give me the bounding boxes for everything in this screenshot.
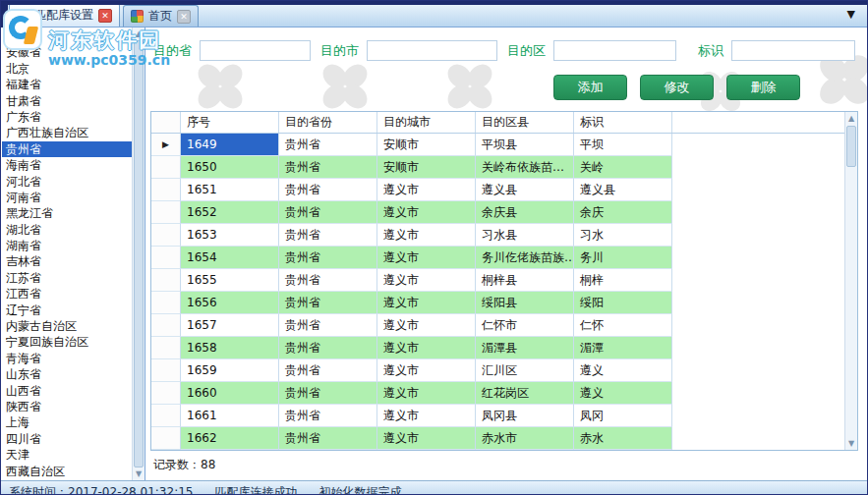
table-row[interactable]: 1658贵州省遵义市湄潭县湄潭 [151,337,844,359]
sidebar-item[interactable]: 河北省 [2,174,132,190]
dest-province-group: 目的省 [153,40,311,61]
sidebar-item[interactable]: 四川省 [2,431,132,447]
sidebar-scrollbar[interactable]: ▲ ▼ [132,28,145,480]
table-row[interactable]: 1652贵州省遵义市余庆县余庆 [151,201,844,224]
row-indicator-cell [151,156,181,179]
sidebar-item[interactable]: 甘肃省 [2,93,132,109]
sidebar-item[interactable]: 吉林省 [2,253,132,269]
column-header[interactable]: 序号 [181,112,279,133]
sidebar-item[interactable]: 北京 [2,61,132,77]
sidebar-item[interactable]: 上海 [2,414,132,430]
sidebar-item[interactable]: 黑龙江省 [2,205,132,221]
table-cell: 贵州省 [279,179,377,201]
table-cell: 平坝 [574,134,672,156]
status-item: 匹配库连接成功 [214,484,297,494]
row-indicator-cell [151,269,181,292]
table-row[interactable]: 1661贵州省遵义市凤冈县凤冈 [151,405,844,427]
table-cell: 余庆 [574,201,672,224]
scrollbar-thumb[interactable] [846,126,856,167]
table-row[interactable]: 1656贵州省遵义市绥阳县绥阳 [151,292,844,314]
row-indicator-cell [151,292,181,314]
dest-province-label: 目的省 [153,42,192,60]
column-header[interactable]: 目的省份 [279,112,377,133]
column-header[interactable]: 目的城市 [377,112,476,133]
data-grid: 序号目的省份目的城市目的区县标识 ▶1649贵州省安顺市平坝县平坝1650贵州省… [150,111,858,451]
identifier-group: 标识 [698,40,855,61]
table-row[interactable]: ▶1649贵州省安顺市平坝县平坝 [151,134,844,156]
table-cell: 贵州省 [279,156,377,179]
dest-province-input[interactable] [200,40,311,61]
scroll-up-icon[interactable]: ▲ [845,112,857,125]
table-cell: 赤水 [574,427,672,450]
province-list: 安徽省北京福建省甘肃省广东省广西壮族自治区贵州省海南省河北省河南省黑龙江省湖北省… [2,28,132,480]
identifier-input[interactable] [731,40,855,61]
table-row[interactable]: 1650贵州省安顺市关岭布依族苗…关岭 [151,156,844,179]
row-indicator-cell [151,405,181,427]
table-cell: 遵义市 [377,292,476,314]
sidebar-item[interactable]: 江西省 [2,286,132,302]
sidebar-item[interactable]: 河南省 [2,190,132,205]
sidebar-item[interactable]: 天津 [2,447,132,463]
table-cell: 遵义市 [377,427,476,450]
tab-page-icon [17,9,29,22]
sidebar-item[interactable]: 陕西省 [2,399,132,414]
tab-close-icon[interactable]: ✕ [98,9,112,23]
table-cell: 1652 [181,201,279,224]
tab-home[interactable]: 首页 ✕ [123,5,199,27]
table-row[interactable]: 1651贵州省遵义市遵义县遵义县 [151,179,844,201]
sidebar-item[interactable]: 广西壮族自治区 [2,125,132,140]
table-cell: 1659 [181,359,279,382]
tab-close-icon[interactable]: ✕ [177,10,191,24]
sidebar-item[interactable]: 广东省 [2,109,132,125]
grid-scrollbar[interactable]: ▲ ▼ [844,112,857,450]
table-row[interactable]: 1657贵州省遵义市仁怀市仁怀 [151,314,844,337]
sidebar-item[interactable]: 贵州省 [2,141,132,157]
sidebar-item[interactable]: 福建省 [2,77,132,92]
app-window: 匹配库设置 ✕ 首页 ✕ ▼ 安徽省北京福建省甘肃省广东省广西壮族自治区贵州省海… [0,0,868,495]
sidebar-item[interactable]: 安徽省 [2,44,132,60]
sidebar-item[interactable]: 山西省 [2,383,132,399]
status-bar: 系统时间：2017-02-28 01:32:15匹配库连接成功初始化数据完成 [1,480,867,494]
delete-button[interactable]: 删除 [726,75,800,100]
sidebar-item[interactable]: 江苏省 [2,270,132,286]
sidebar-item[interactable]: 海南省 [2,157,132,173]
status-item: 系统时间：2017-02-28 01:32:15 [9,484,193,494]
table-cell: 遵义市 [377,201,476,224]
filter-form: 目的省 目的市 目的区 标识 [153,40,865,61]
sidebar-item[interactable]: 湖南省 [2,238,132,253]
sidebar-item[interactable]: 青海省 [2,351,132,366]
scroll-up-icon[interactable]: ▲ [133,28,145,40]
table-cell: 贵州省 [279,224,377,247]
tab-list-dropdown-icon[interactable]: ▼ [847,8,855,21]
table-row[interactable]: 1662贵州省遵义市赤水市赤水 [151,427,844,450]
modify-button[interactable]: 修改 [640,75,714,100]
sidebar-item[interactable]: 宁夏回族自治区 [2,334,132,350]
scrollbar-thumb[interactable] [134,40,144,468]
table-row[interactable]: 1654贵州省遵义市务川仡佬族苗族…务川 [151,247,844,269]
sidebar-item[interactable]: 西藏自治区 [2,464,132,479]
sidebar-item[interactable] [2,28,132,44]
sidebar-item[interactable]: 湖北省 [2,222,132,238]
add-button[interactable]: 添加 [553,75,627,100]
table-row[interactable]: 1655贵州省遵义市桐梓县桐梓 [151,269,844,292]
table-cell: 1650 [181,156,279,179]
dest-district-input[interactable] [553,40,676,61]
table-cell: 贵州省 [279,405,377,427]
sidebar-item[interactable]: 辽宁省 [2,302,132,318]
column-header[interactable]: 标识 [574,112,672,133]
tab-match-library-settings[interactable]: 匹配库设置 ✕ [9,3,120,27]
row-indicator-cell [151,224,181,247]
table-cell: 贵州省 [279,201,377,224]
sidebar-item[interactable]: 内蒙古自治区 [2,318,132,334]
column-header[interactable]: 目的区县 [476,112,574,133]
dest-city-input[interactable] [367,40,497,61]
table-cell: 1657 [181,314,279,337]
table-row[interactable]: 1653贵州省遵义市习水县习水 [151,224,844,247]
scroll-down-icon[interactable]: ▼ [133,468,145,480]
scroll-down-icon[interactable]: ▼ [845,437,857,450]
row-indicator-cell [151,337,181,359]
table-row[interactable]: 1660贵州省遵义市红花岗区遵义 [151,382,844,405]
sidebar-item[interactable]: 山东省 [2,366,132,382]
table-row[interactable]: 1659贵州省遵义市汇川区遵义 [151,359,844,382]
table-cell: 红花岗区 [476,382,574,405]
